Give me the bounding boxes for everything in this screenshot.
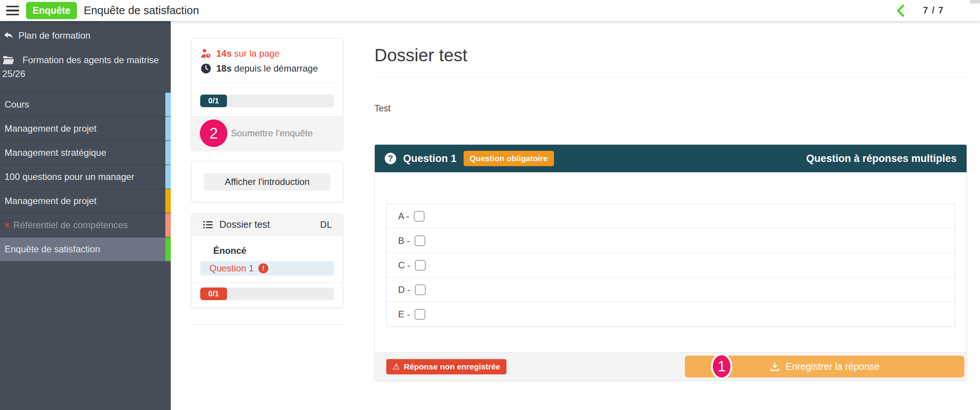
download-icon: [769, 361, 780, 372]
question-title: Question 1: [403, 153, 457, 165]
sidebar-folder-item[interactable]: Formation des agents de maitrise 25/26: [0, 45, 171, 92]
dossier-progress-value: 0/1: [200, 287, 227, 300]
hamburger-menu-icon[interactable]: [6, 6, 19, 16]
sidebar-item-label: 100 questions pour un manager: [5, 172, 134, 182]
question-footer: ⚠ Réponse non enregistrée Enregistrer la…: [375, 352, 967, 381]
person-clock-icon: [200, 48, 212, 59]
dossier-progress-bar: 0/1: [200, 287, 334, 300]
time-since-start-value: 18s: [216, 63, 232, 74]
mode-badge: Enquête: [26, 2, 77, 19]
show-introduction-button[interactable]: Afficher l'introduction: [204, 173, 330, 191]
sidebar-item-label: Management de projet: [5, 123, 96, 134]
option-label: C -: [398, 260, 410, 271]
dossier-nav-header: Dossier test DL: [192, 214, 343, 235]
course-sidebar: Plan de formation Formation des agents d…: [0, 21, 171, 410]
clock-icon: [200, 63, 212, 74]
time-on-page-suffix: sur la page: [234, 48, 280, 59]
survey-progress-bar: 0/1: [200, 95, 334, 107]
dossier-nav-title: Dossier test: [219, 219, 270, 230]
question-header: ? Question 1 Question obligatoire Questi…: [375, 145, 967, 172]
main-content: Dossier test Test ? Question 1 Question …: [374, 21, 967, 381]
time-on-page-value: 14s: [216, 48, 232, 59]
sidebar-back-label: Plan de formation: [18, 30, 90, 41]
status-edge-bar: [165, 165, 171, 189]
option-b-checkbox[interactable]: [415, 235, 425, 246]
sidebar-item-label: Cours: [5, 99, 29, 110]
answer-not-saved-badge: ⚠ Réponse non enregistrée: [386, 359, 506, 374]
top-header: Enquête Enquête de satisfaction 7 / 7: [0, 0, 980, 21]
question-type-label: Question à réponses multiples: [806, 153, 957, 165]
annotation-marker-1: 1: [711, 353, 732, 379]
answer-option-a[interactable]: A -: [387, 204, 955, 229]
submit-survey-label: Soumettre l'enquête: [231, 128, 313, 139]
answer-option-d[interactable]: D -: [387, 278, 955, 302]
sidebar-item-label: Enquête de satisfaction: [5, 244, 100, 255]
sidebar-item-management-de-projet[interactable]: Management de projet: [0, 117, 171, 141]
status-edge-bar: [165, 141, 171, 165]
sidebar-course-list: Cours Management de projet Management st…: [0, 92, 171, 261]
warning-label: Réponse non enregistrée: [404, 362, 500, 371]
option-label: B -: [398, 235, 410, 246]
option-label: A -: [398, 211, 409, 222]
page-title: Enquête de satisfaction: [84, 4, 199, 17]
undo-arrow-icon: [3, 30, 14, 41]
question-help-icon: ?: [385, 153, 396, 164]
sidebar-item-label: Management stratégique: [5, 147, 106, 158]
x-mark-icon: ×: [5, 220, 10, 230]
introduction-card: Afficher l'introduction: [191, 161, 343, 202]
answer-options-list: A - B - C - D - E -: [386, 204, 955, 327]
sidebar-item-management-strategique[interactable]: Management stratégique: [0, 141, 171, 165]
option-label: D -: [398, 284, 410, 295]
status-edge-bar: [165, 213, 171, 237]
dossier-question-label: Question 1: [209, 263, 254, 274]
question-body: A - B - C - D - E -: [375, 172, 967, 352]
dossier-nav-card: Dossier test DL Énoncé Question 1 ! 0/1: [191, 214, 343, 307]
status-edge-bar: [165, 237, 171, 261]
status-edge-bar: [165, 189, 171, 213]
title-divider: [374, 77, 967, 77]
submit-survey-button[interactable]: 2 Soumettre l'enquête: [192, 116, 343, 149]
option-a-checkbox[interactable]: [414, 211, 425, 222]
sidebar-item-label: Management de projet: [5, 196, 96, 206]
previous-page-chevron-icon[interactable]: [895, 4, 905, 18]
sidebar-item-cours[interactable]: Cours: [0, 93, 171, 117]
dossier-description: Test: [374, 103, 967, 114]
column-divider: [191, 324, 346, 325]
open-folder-icon: [2, 55, 15, 65]
scrollbar-sliver[interactable]: [970, 0, 980, 3]
dossier-title: Dossier test: [374, 45, 967, 65]
annotation-marker-2: 2: [200, 119, 227, 147]
sidebar-item-referentiel[interactable]: × Référentiel de compétences: [0, 213, 171, 237]
question-card: ? Question 1 Question obligatoire Questi…: [374, 144, 967, 381]
page-counter: 7 / 7: [923, 5, 944, 16]
option-e-checkbox[interactable]: [415, 309, 425, 320]
sidebar-item-label: Référentiel de compétences: [13, 220, 128, 230]
status-edge-bar: [165, 93, 171, 116]
time-since-start-suffix: depuis le démarrage: [234, 63, 318, 74]
option-d-checkbox[interactable]: [415, 284, 426, 295]
answer-option-c[interactable]: C -: [387, 253, 955, 278]
time-on-page-line: 14s sur la page: [200, 48, 334, 59]
list-icon: [203, 219, 213, 230]
sidebar-item-management-de-projet-2[interactable]: Management de projet: [0, 189, 171, 213]
sidebar-back-link[interactable]: Plan de formation: [0, 21, 171, 45]
dossier-action-dl[interactable]: DL: [320, 219, 332, 230]
sidebar-item-enquete-selected[interactable]: Enquête de satisfaction: [0, 237, 171, 261]
required-question-badge: Question obligatoire: [464, 151, 554, 166]
alert-circle-icon: !: [258, 263, 268, 273]
save-answer-label: Enregistrer la réponse: [786, 361, 880, 372]
sidebar-folder-label: Formation des agents de maitrise 25/26: [2, 55, 159, 79]
option-label: E -: [398, 309, 410, 320]
dossier-section-label: Énoncé: [213, 245, 334, 256]
status-edge-bar: [165, 117, 171, 140]
timer-card: 14s sur la page 18s depuis le démarrage …: [191, 38, 343, 150]
dossier-question-link[interactable]: Question 1 !: [200, 261, 334, 276]
survey-tools-column: 14s sur la page 18s depuis le démarrage …: [191, 38, 343, 325]
survey-progress-value: 0/1: [200, 95, 227, 107]
warning-triangle-icon: ⚠: [392, 362, 400, 372]
time-since-start-line: 18s depuis le démarrage: [200, 63, 334, 74]
option-c-checkbox[interactable]: [415, 260, 426, 271]
answer-option-e[interactable]: E -: [387, 302, 955, 327]
answer-option-b[interactable]: B -: [387, 229, 955, 253]
sidebar-item-100-questions[interactable]: 100 questions pour un manager: [0, 165, 171, 189]
